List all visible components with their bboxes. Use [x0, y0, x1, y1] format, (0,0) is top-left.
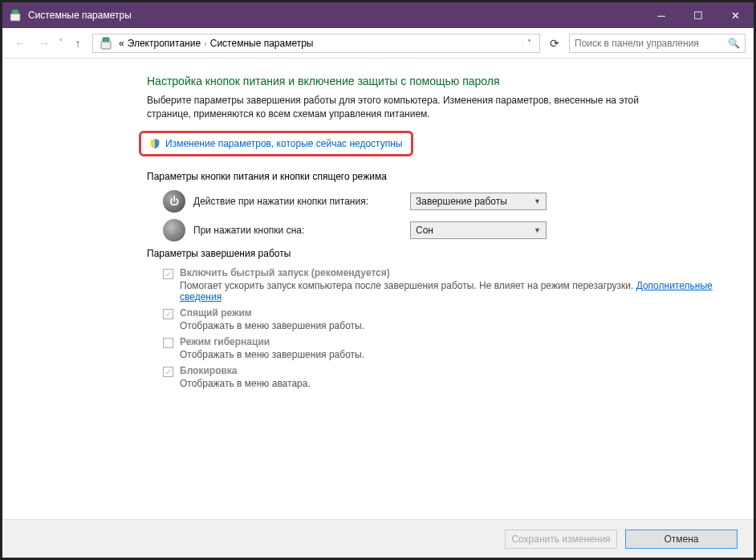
chevron-right-icon: ›: [204, 39, 207, 48]
svg-rect-0: [12, 10, 18, 14]
hibernate-option: Режим гибернации Отображать в меню завер…: [163, 336, 721, 360]
breadcrumb-item[interactable]: Электропитание: [128, 38, 201, 49]
checkbox: [163, 367, 173, 377]
page-intro: Выберите параметры завершения работы для…: [147, 94, 644, 121]
window-title: Системные параметры: [28, 10, 643, 21]
power-button-label: Действие при нажатии кнопки питания:: [193, 196, 402, 207]
power-button-select[interactable]: Завершение работы ▼: [410, 193, 547, 210]
shield-icon: [149, 138, 161, 149]
power-icon: ⏻: [163, 190, 185, 213]
option-label: Спящий режим: [180, 307, 364, 319]
section-title-shutdown: Параметры завершения работы: [147, 248, 721, 259]
sleep-button-select[interactable]: Сон ▼: [410, 221, 547, 239]
address-dropdown[interactable]: ˅: [522, 39, 536, 47]
save-button: Сохранить изменения: [505, 530, 617, 549]
breadcrumb-item[interactable]: Системные параметры: [210, 38, 314, 49]
fast-startup-option: Включить быстрый запуск (рекомендуется) …: [163, 267, 721, 302]
change-unavailable-settings-link[interactable]: Изменение параметров, которые сейчас нед…: [165, 138, 403, 149]
close-button[interactable]: ✕: [717, 2, 754, 28]
checkbox: [163, 338, 173, 348]
checkbox: [163, 309, 173, 319]
option-description: Отображать в меню аватара.: [180, 378, 311, 389]
option-description: Отображать в меню завершения работы.: [180, 349, 364, 360]
checkbox: [163, 269, 173, 279]
back-button[interactable]: ←: [10, 34, 30, 53]
power-options-icon: [100, 37, 112, 50]
forward-button[interactable]: →: [35, 34, 54, 53]
footer-bar: Сохранить изменения Отмена: [2, 519, 754, 558]
option-label: Блокировка: [180, 365, 311, 376]
address-bar[interactable]: « Электропитание › Системные параметры ˅: [92, 34, 540, 53]
lock-option: Блокировка Отображать в меню аватара.: [163, 365, 721, 389]
refresh-button[interactable]: ⟳: [545, 34, 564, 53]
window: Системные параметры ─ ☐ ✕ ← → ˅ ↑ « Элек…: [0, 0, 756, 560]
content-area: Настройка кнопок питания и включение защ…: [2, 59, 754, 519]
navigation-bar: ← → ˅ ↑ « Электропитание › Системные пар…: [2, 28, 754, 59]
breadcrumb-prefix: «: [119, 38, 124, 49]
highlighted-link-box: Изменение параметров, которые сейчас нед…: [139, 131, 413, 156]
power-button-row: ⏻ Действие при нажатии кнопки питания: З…: [163, 190, 721, 213]
section-title-buttons: Параметры кнопки питания и кнопки спящег…: [147, 171, 721, 182]
sleep-button-row: ☾ При нажатии кнопки сна: Сон ▼: [163, 219, 721, 241]
maximize-button[interactable]: ☐: [680, 2, 717, 28]
cancel-button[interactable]: Отмена: [625, 530, 738, 549]
search-icon[interactable]: 🔍: [728, 38, 740, 49]
minimize-button[interactable]: ─: [643, 2, 680, 28]
option-description: Отображать в меню завершения работы.: [180, 320, 364, 331]
svg-rect-3: [101, 42, 111, 49]
chevron-down-icon: ▼: [534, 226, 541, 234]
power-options-icon: [9, 9, 22, 22]
window-controls: ─ ☐ ✕: [643, 2, 754, 28]
option-label: Включить быстрый запуск (рекомендуется): [180, 267, 721, 278]
sleep-icon: ☾: [163, 219, 185, 241]
up-button[interactable]: ↑: [68, 34, 87, 53]
titlebar: Системные параметры ─ ☐ ✕: [2, 2, 754, 28]
page-heading: Настройка кнопок питания и включение защ…: [147, 75, 721, 87]
history-dropdown[interactable]: ˅: [59, 38, 63, 48]
search-input[interactable]: [575, 38, 723, 49]
svg-rect-1: [10, 14, 20, 21]
svg-rect-2: [103, 38, 109, 42]
chevron-down-icon: ▼: [534, 197, 541, 205]
option-description: Помогает ускорить запуск компьютера посл…: [180, 280, 721, 302]
option-label: Режим гибернации: [180, 336, 364, 347]
search-box[interactable]: 🔍: [569, 34, 746, 53]
sleep-option: Спящий режим Отображать в меню завершени…: [163, 307, 721, 331]
sleep-button-label: При нажатии кнопки сна:: [193, 225, 402, 236]
